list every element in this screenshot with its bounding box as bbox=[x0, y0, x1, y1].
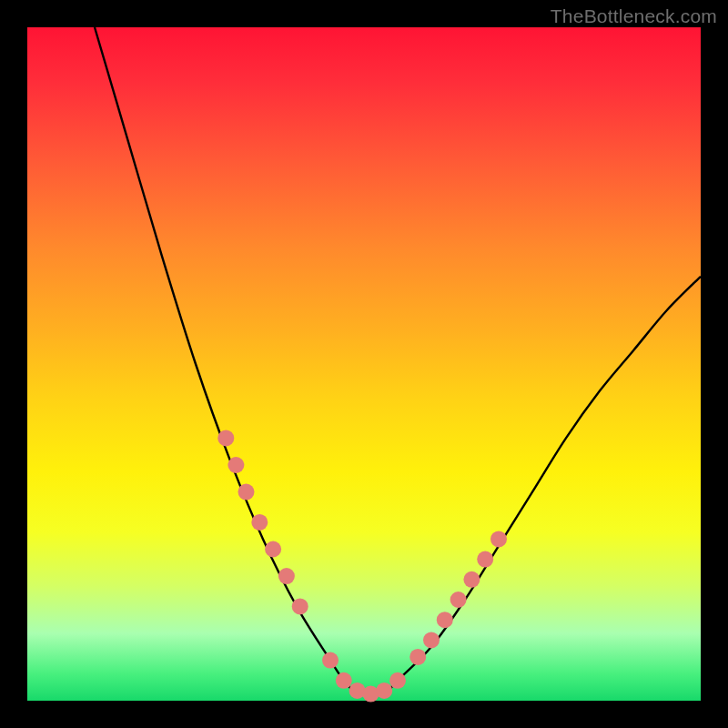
marker-dot bbox=[217, 430, 234, 446]
bottleneck-curve bbox=[95, 27, 701, 695]
plot-area bbox=[27, 27, 701, 701]
marker-dot bbox=[490, 531, 507, 547]
chart-svg bbox=[27, 27, 701, 701]
marker-dot bbox=[251, 514, 268, 531]
marker-dot bbox=[410, 649, 426, 665]
chart-frame: TheBottleneck.com bbox=[0, 0, 728, 728]
marker-dot bbox=[238, 484, 255, 500]
marker-dot bbox=[228, 457, 244, 473]
marker-dot bbox=[322, 652, 339, 669]
marker-group bbox=[217, 430, 507, 702]
marker-dot bbox=[278, 568, 295, 584]
marker-dot bbox=[376, 682, 392, 699]
marker-dot bbox=[463, 571, 480, 588]
marker-dot bbox=[437, 612, 453, 628]
marker-dot bbox=[265, 541, 281, 558]
watermark-text: TheBottleneck.com bbox=[551, 5, 717, 27]
marker-dot bbox=[336, 672, 352, 689]
marker-dot bbox=[450, 592, 467, 608]
marker-dot bbox=[389, 672, 406, 689]
marker-dot bbox=[423, 632, 440, 648]
marker-dot bbox=[292, 598, 308, 614]
marker-dot bbox=[477, 551, 493, 568]
